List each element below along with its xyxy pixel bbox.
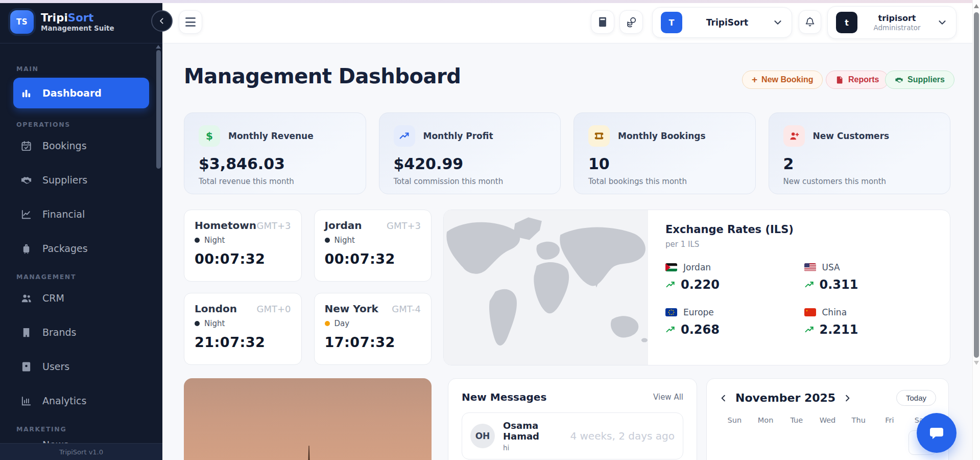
- weekday-label: Sun: [719, 416, 750, 424]
- sidebar-item-label: Suppliers: [42, 174, 87, 186]
- china-flag-icon: [804, 308, 816, 316]
- weekday-label: Fri: [874, 416, 905, 424]
- app-subtitle: Management Suite: [41, 24, 114, 32]
- weekday-label: Wed: [812, 416, 843, 424]
- menu-toggle-button[interactable]: [179, 10, 202, 34]
- section-label-marketing: MARKETING: [16, 425, 146, 433]
- calculator-button[interactable]: [591, 10, 614, 34]
- messages-title: New Messages: [462, 391, 546, 403]
- clock-status-label: Night: [334, 236, 355, 245]
- clock-gmt: GMT+3: [256, 220, 291, 231]
- clock-status-label: Day: [334, 319, 350, 328]
- trend-up-icon: [665, 325, 676, 335]
- destination-photo-card: [184, 378, 432, 460]
- avatar: OH: [470, 424, 495, 448]
- clock-gmt: GMT+0: [256, 304, 291, 314]
- handshake-icon: [895, 76, 903, 84]
- rate-value: 0.220: [681, 278, 720, 292]
- sidebar-item-label: Brands: [42, 327, 77, 338]
- scroll-down-arrow-icon[interactable]: [974, 361, 979, 365]
- building-icon: [20, 327, 32, 338]
- rate-country: China: [822, 307, 847, 317]
- chevron-down-icon: [937, 17, 948, 28]
- calendar-weekdays: Sun Mon Tue Wed Thu Fri Sat: [719, 416, 936, 424]
- currency-tools-button[interactable]: [619, 10, 643, 34]
- page-scrollbar-thumb[interactable]: [974, 12, 979, 358]
- sidebar-item-analytics[interactable]: Analytics: [13, 388, 149, 413]
- rate-value: 2.211: [820, 323, 858, 337]
- notifications-button[interactable]: [799, 10, 821, 34]
- next-month-chevron-icon[interactable]: [843, 394, 852, 403]
- clock-card-hometown: HometownGMT+3 Night 00:07:32: [184, 210, 302, 282]
- world-map: [444, 210, 648, 365]
- user-menu[interactable]: t tripisort Administrator: [827, 6, 957, 39]
- sidebar-item-suppliers[interactable]: Suppliers: [13, 168, 149, 192]
- sidebar-item-crm[interactable]: CRM: [13, 286, 149, 310]
- users-icon: [20, 292, 32, 304]
- scroll-up-arrow-icon[interactable]: [974, 4, 979, 8]
- clock-card-jordan: JordanGMT+3 Night 00:07:32: [314, 210, 432, 282]
- stat-value: $3,846.03: [199, 155, 351, 173]
- stat-cards: $ Monthly Revenue $3,846.03 Total revenu…: [184, 112, 950, 194]
- sidebar-item-financial[interactable]: Financial: [13, 202, 149, 226]
- page-scrollbar[interactable]: [972, 0, 980, 460]
- sidebar-item-brands[interactable]: Brands: [13, 320, 149, 344]
- clock-city: London: [195, 303, 237, 315]
- sidebar-collapse-button[interactable]: [151, 10, 173, 32]
- user-name: tripisort: [873, 13, 920, 24]
- message-item[interactable]: OH Osama Hamad hi 4 weeks, 2 days ago: [462, 412, 683, 459]
- calendar-days: 1: [719, 430, 936, 455]
- stat-value: $420.99: [394, 155, 546, 173]
- weekday-label: Mon: [750, 416, 781, 424]
- workspace-selector[interactable]: T TripiSort: [652, 7, 792, 38]
- new-booking-button[interactable]: + New Booking: [742, 71, 823, 89]
- jordan-flag-icon: [665, 263, 677, 271]
- stat-label: Monthly Revenue: [228, 131, 314, 141]
- clock-time: 00:07:32: [325, 251, 421, 267]
- sidebar-scrollbar-thumb[interactable]: [156, 50, 161, 169]
- sidebar-item-packages[interactable]: Packages: [13, 236, 149, 261]
- chevron-left-icon: [158, 17, 166, 25]
- coins-icon: [626, 16, 637, 28]
- dollar-icon: $: [199, 125, 220, 147]
- today-button[interactable]: Today: [896, 390, 936, 406]
- suitcase-icon: [20, 243, 32, 255]
- sidebar-item-users[interactable]: Users: [13, 354, 149, 379]
- message-timestamp: 4 weeks, 2 days ago: [570, 430, 675, 442]
- view-all-link[interactable]: View All: [653, 393, 683, 402]
- sidebar-footer: TripiSort v1.0: [0, 443, 162, 460]
- rate-usa: USA 0.311: [804, 262, 933, 292]
- scroll-up-arrow-icon[interactable]: [156, 45, 161, 49]
- sidebar-item-label: Dashboard: [42, 87, 102, 99]
- world-clocks: HometownGMT+3 Night 00:07:32 JordanGMT+3…: [184, 210, 432, 365]
- stat-value: 10: [588, 155, 741, 173]
- night-dot-icon: [195, 238, 200, 243]
- app-logo: TS TripiSort Management Suite: [0, 3, 162, 42]
- usa-flag-icon: [804, 263, 816, 271]
- exchange-rates-panel: Exchange Rates (ILS) per 1 ILS Jordan 0.…: [648, 210, 950, 365]
- rate-europe: Europe 0.268: [665, 307, 794, 337]
- sidebar-item-dashboard[interactable]: Dashboard: [13, 78, 149, 108]
- suppliers-button[interactable]: Suppliers: [885, 71, 954, 89]
- id-card-icon: [20, 361, 32, 373]
- calendar-month: November 2025: [735, 392, 835, 404]
- night-dot-icon: [325, 238, 330, 243]
- stat-subtitle: New customers this month: [783, 177, 936, 186]
- sidebar-item-bookings[interactable]: Bookings: [13, 133, 149, 158]
- sidebar-scrollbar[interactable]: [156, 45, 161, 457]
- stat-subtitle: Total bookings this month: [588, 177, 741, 186]
- sidebar-item-label: Users: [42, 361, 69, 372]
- eu-flag-icon: [665, 308, 677, 316]
- reports-button[interactable]: Reports: [826, 71, 889, 89]
- rate-country: USA: [822, 262, 840, 272]
- app-canvas: TS TripiSort Management Suite MAIN Dashb…: [0, 0, 980, 460]
- workspace-avatar: T: [661, 12, 682, 33]
- user-role: Administrator: [873, 24, 920, 32]
- calendar-card: November 2025 Today Sun Mon Tue Wed Thu …: [706, 378, 949, 460]
- stat-label: Monthly Bookings: [618, 131, 706, 141]
- chat-fab-button[interactable]: [917, 413, 957, 453]
- stat-value: 2: [783, 155, 936, 173]
- prev-month-chevron-icon[interactable]: [719, 394, 728, 403]
- user-avatar: t: [836, 12, 857, 33]
- section-label-main: MAIN: [16, 65, 146, 73]
